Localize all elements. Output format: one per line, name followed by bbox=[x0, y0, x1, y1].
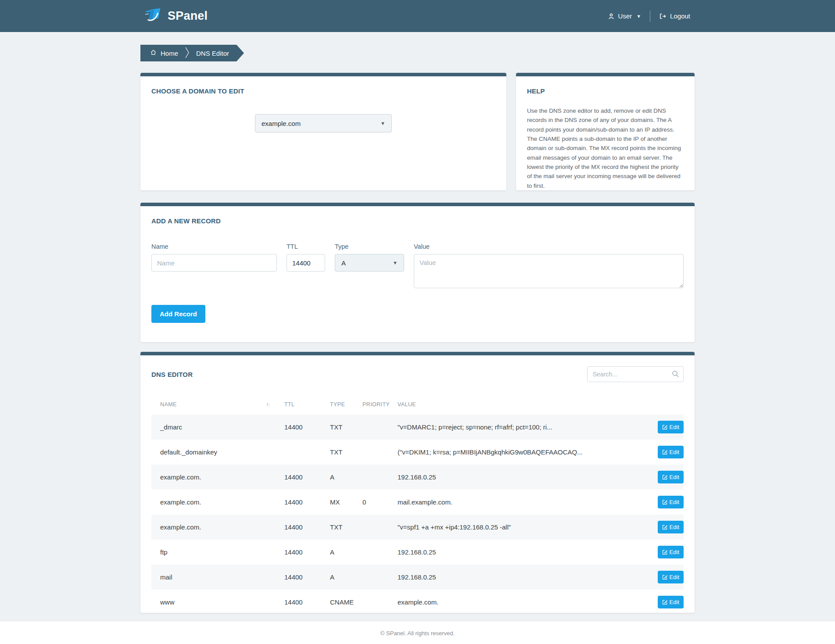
value-textarea[interactable] bbox=[414, 254, 684, 288]
type-label: Type bbox=[335, 243, 404, 250]
table-row: www 14400 CNAME example.com. Edit bbox=[151, 590, 684, 615]
record-value: example.com. bbox=[389, 590, 644, 615]
value-label: Value bbox=[414, 243, 684, 250]
record-ttl: 14400 bbox=[276, 415, 321, 440]
edit-button-label: Edit bbox=[670, 474, 679, 480]
record-ttl bbox=[276, 440, 321, 465]
record-type: MX bbox=[321, 490, 354, 515]
add-record-button[interactable]: Add Record bbox=[151, 305, 205, 323]
type-select-value: A bbox=[341, 259, 346, 267]
record-ttl: 14400 bbox=[276, 565, 321, 590]
logout-label: Logout bbox=[670, 12, 690, 20]
table-row: default._domainkey TXT ("v=DKIM1; k=rsa;… bbox=[151, 440, 684, 465]
record-priority bbox=[354, 540, 389, 565]
record-priority bbox=[354, 465, 389, 490]
edit-button[interactable]: Edit bbox=[658, 596, 684, 608]
header-name: NAME bbox=[160, 401, 177, 408]
edit-icon bbox=[662, 449, 668, 455]
user-menu[interactable]: User ▼ bbox=[608, 12, 641, 20]
edit-button-label: Edit bbox=[670, 574, 679, 580]
record-ttl: 14400 bbox=[276, 515, 321, 540]
edit-icon bbox=[662, 524, 668, 530]
record-name: _dmarc bbox=[151, 415, 276, 440]
header-value: VALUE bbox=[389, 397, 644, 415]
record-value: mail.example.com. bbox=[389, 490, 644, 515]
record-value: "v=spf1 +a +mx +ip4:192.168.0.25 -all" bbox=[389, 515, 644, 540]
edit-button[interactable]: Edit bbox=[658, 471, 684, 483]
record-ttl: 14400 bbox=[276, 465, 321, 490]
edit-button-label: Edit bbox=[670, 449, 679, 455]
record-value: ("v=DKIM1; k=rsa; p=MIIBIjANBgkqhkiG9w0B… bbox=[389, 440, 644, 465]
table-row: ftp 14400 A 192.168.0.25 Edit bbox=[151, 540, 684, 565]
edit-button[interactable]: Edit bbox=[658, 521, 684, 533]
table-row: example.com. 14400 MX 0 mail.example.com… bbox=[151, 490, 684, 515]
edit-icon bbox=[662, 424, 668, 430]
record-priority bbox=[354, 440, 389, 465]
edit-button-label: Edit bbox=[670, 424, 679, 430]
record-priority bbox=[354, 590, 389, 615]
record-name: example.com. bbox=[151, 490, 276, 515]
choose-domain-title: CHOOSE A DOMAIN TO EDIT bbox=[151, 87, 495, 95]
edit-icon bbox=[662, 474, 668, 480]
name-input[interactable] bbox=[151, 254, 277, 272]
choose-domain-card: CHOOSE A DOMAIN TO EDIT example.com ▼ bbox=[140, 73, 506, 190]
table-row: example.com. 14400 TXT "v=spf1 +a +mx +i… bbox=[151, 515, 684, 540]
record-priority bbox=[354, 515, 389, 540]
select-caret-icon: ▼ bbox=[393, 260, 398, 265]
record-ttl: 14400 bbox=[276, 540, 321, 565]
record-value: 192.168.0.25 bbox=[389, 465, 644, 490]
edit-button[interactable]: Edit bbox=[658, 421, 684, 433]
edit-button[interactable]: Edit bbox=[658, 446, 684, 458]
page-footer: © SPanel. All rights reserved. bbox=[0, 621, 835, 644]
table-row: _dmarc 14400 TXT "v=DMARC1; p=reject; sp… bbox=[151, 415, 684, 440]
record-name: ftp bbox=[151, 540, 276, 565]
record-type: TXT bbox=[321, 515, 354, 540]
breadcrumb-home-label: Home bbox=[161, 50, 178, 57]
ttl-input[interactable] bbox=[287, 254, 325, 272]
edit-button[interactable]: Edit bbox=[658, 496, 684, 508]
record-type: CNAME bbox=[321, 590, 354, 615]
type-select[interactable]: A ▼ bbox=[335, 254, 404, 272]
record-name: mail bbox=[151, 565, 276, 590]
breadcrumb-current: DNS Editor bbox=[196, 50, 229, 57]
record-type: TXT bbox=[321, 415, 354, 440]
help-card: HELP Use the DNS zone editor to add, rem… bbox=[516, 73, 695, 190]
breadcrumb-separator-icon bbox=[185, 47, 189, 60]
record-value: 192.168.0.25 bbox=[389, 565, 644, 590]
record-priority bbox=[354, 565, 389, 590]
spanel-logo-icon bbox=[145, 7, 163, 26]
search-box bbox=[587, 366, 684, 382]
domain-select[interactable]: example.com ▼ bbox=[255, 114, 392, 132]
user-icon bbox=[608, 13, 615, 20]
dns-records-table: NAME ↑↓ TTL TYPE PRIORITY VALUE _dmarc 1… bbox=[151, 397, 684, 615]
copyright-text: © SPanel. All rights reserved. bbox=[380, 630, 455, 637]
help-title: HELP bbox=[527, 87, 684, 95]
header-ttl: TTL bbox=[276, 397, 321, 415]
header-priority: PRIORITY bbox=[354, 397, 389, 415]
record-priority bbox=[354, 415, 389, 440]
help-text: Use the DNS zone editor to add, remove o… bbox=[527, 106, 684, 190]
ttl-label: TTL bbox=[287, 243, 325, 250]
edit-button[interactable]: Edit bbox=[658, 546, 684, 558]
add-record-title: ADD A NEW RECORD bbox=[151, 217, 684, 225]
record-value: "v=DMARC1; p=reject; sp=none; rf=afrf; p… bbox=[389, 415, 644, 440]
breadcrumb: Home DNS Editor bbox=[140, 45, 244, 61]
brand-name: SPanel bbox=[168, 9, 208, 23]
breadcrumb-home[interactable]: Home bbox=[150, 49, 178, 57]
edit-icon bbox=[662, 599, 668, 605]
edit-icon bbox=[662, 574, 668, 580]
logout-button[interactable]: Logout bbox=[659, 12, 690, 20]
edit-button[interactable]: Edit bbox=[658, 571, 684, 583]
select-caret-icon: ▼ bbox=[380, 121, 385, 126]
record-type: A bbox=[321, 565, 354, 590]
sort-icon[interactable]: ↑↓ bbox=[266, 401, 269, 408]
search-input[interactable] bbox=[587, 366, 684, 382]
record-ttl: 14400 bbox=[276, 590, 321, 615]
edit-icon bbox=[662, 499, 668, 505]
breadcrumb-current-label: DNS Editor bbox=[196, 50, 229, 57]
home-icon bbox=[150, 49, 157, 57]
edit-button-label: Edit bbox=[670, 524, 679, 530]
edit-button-label: Edit bbox=[670, 499, 679, 505]
table-row: mail 14400 A 192.168.0.25 Edit bbox=[151, 565, 684, 590]
record-value: 192.168.0.25 bbox=[389, 540, 644, 565]
